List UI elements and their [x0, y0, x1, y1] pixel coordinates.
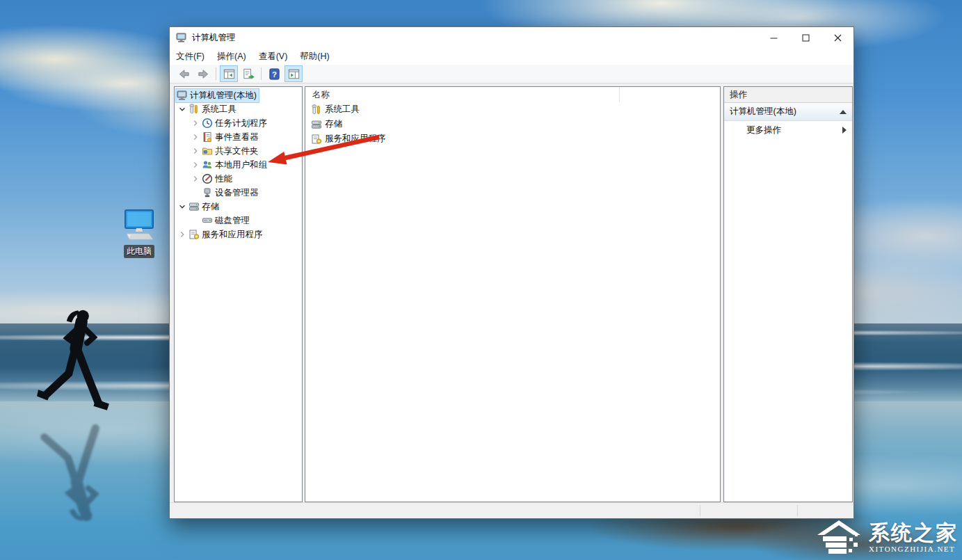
tree-item-label: 服务和应用程序: [202, 228, 265, 241]
storage-icon: [188, 201, 200, 212]
export-list-icon: [242, 67, 255, 81]
performance-icon: [201, 173, 213, 184]
minimize-icon: [770, 34, 778, 42]
close-icon: [834, 34, 842, 42]
device-manager-icon: [201, 187, 213, 198]
window-title: 计算机管理: [192, 32, 236, 44]
list-column-header[interactable]: 名称: [305, 87, 720, 102]
more-actions-arrow-icon: [842, 127, 847, 134]
shared-folders-icon: [201, 145, 213, 157]
list-item-services-and-applications[interactable]: 服务和应用程序: [305, 131, 720, 146]
list-item-label: 系统工具: [325, 104, 360, 115]
show-console-tree-toggle[interactable]: [220, 65, 238, 82]
tree-item-storage[interactable]: 存储: [175, 200, 302, 214]
menu-action[interactable]: 操作(A): [211, 49, 252, 65]
actions-pane: 操作 计算机管理(本地) 更多操作: [723, 86, 853, 502]
column-divider[interactable]: [619, 87, 620, 102]
this-pc-icon: [121, 209, 157, 241]
svg-text:?: ?: [272, 70, 277, 78]
status-separator: [797, 505, 798, 516]
watermark-title: 系统之家: [869, 522, 958, 543]
menu-bar: 文件(F) 操作(A) 查看(V) 帮助(H): [170, 48, 853, 65]
help-icon: ?: [268, 67, 281, 81]
minimize-button[interactable]: [757, 27, 789, 48]
list-item-storage[interactable]: 存储: [305, 117, 720, 131]
tree-item-local-users-and-groups[interactable]: 本地用户和组: [175, 158, 302, 172]
action-pane-icon: [287, 67, 300, 81]
collapse-group-icon[interactable]: [840, 110, 847, 114]
system-tools-icon: [310, 104, 322, 115]
chevron-collapsed-icon[interactable]: [189, 145, 201, 157]
window-content: 计算机管理(本地) 系统工具: [170, 83, 853, 503]
tree-item-label: 设备管理器: [215, 186, 261, 200]
chevron-expanded-icon[interactable]: [176, 104, 188, 115]
tree-item-device-manager[interactable]: 设备管理器: [175, 186, 302, 200]
back-button[interactable]: [175, 65, 193, 82]
desktop-icon-label: 此电脑: [124, 245, 154, 258]
actions-group-label: 计算机管理(本地): [730, 106, 796, 118]
console-tree-icon: [223, 67, 236, 81]
tree-item-label: 共享文件夹: [215, 145, 261, 158]
chevron-collapsed-icon[interactable]: [189, 159, 201, 170]
help-button[interactable]: ?: [265, 65, 283, 82]
more-actions-item[interactable]: 更多操作: [724, 121, 852, 139]
actions-group-computer-management[interactable]: 计算机管理(本地): [724, 103, 852, 121]
toolbar-separator: [261, 67, 262, 80]
forward-button[interactable]: [194, 65, 212, 82]
console-tree-pane: 计算机管理(本地) 系统工具: [174, 86, 303, 502]
chevron-collapsed-icon[interactable]: [189, 173, 201, 184]
show-action-pane-toggle[interactable]: [284, 65, 303, 82]
tree-item-label: 磁盘管理: [215, 214, 252, 227]
export-list-button[interactable]: [239, 65, 257, 82]
title-bar[interactable]: 计算机管理: [170, 27, 853, 48]
task-scheduler-icon: [201, 118, 213, 129]
tree-item-label: 计算机管理(本地): [190, 89, 259, 102]
tree-item-label: 事件查看器: [215, 131, 261, 144]
more-actions-label: 更多操作: [746, 125, 781, 136]
list-view-pane: 名称 系统工具 存储: [305, 86, 721, 502]
tree-item-label: 系统工具: [202, 103, 239, 116]
toolbar: ?: [170, 65, 853, 83]
services-icon: [310, 134, 322, 145]
site-watermark: 系统之家 XITONGZHIJIA.NET: [813, 518, 958, 557]
storage-icon: [310, 119, 322, 130]
computer-management-window: 计算机管理 文件(F) 操作(A) 查看(V) 帮助(H): [169, 26, 854, 519]
tree-item-computer-management[interactable]: 计算机管理(本地): [175, 88, 302, 102]
tree-item-system-tools[interactable]: 系统工具: [175, 102, 302, 116]
runner-silhouette: [36, 306, 114, 416]
actions-pane-header: 操作: [724, 87, 852, 103]
status-separator: [700, 505, 700, 516]
desktop-icon-this-pc[interactable]: 此电脑: [117, 209, 161, 258]
list-item-system-tools[interactable]: 系统工具: [305, 102, 720, 117]
computer-icon: [176, 90, 188, 101]
tree-item-task-scheduler[interactable]: 任务计划程序: [175, 116, 302, 130]
chevron-collapsed-icon[interactable]: [189, 118, 201, 129]
local-users-groups-icon: [201, 159, 213, 170]
menu-view[interactable]: 查看(V): [252, 49, 294, 65]
menu-file[interactable]: 文件(F): [170, 49, 211, 65]
runner-reflection: [32, 415, 118, 525]
system-tools-icon: [188, 104, 200, 115]
list-item-label: 服务和应用程序: [325, 133, 386, 145]
back-icon: [177, 67, 191, 81]
tree-item-disk-management[interactable]: 磁盘管理: [175, 214, 302, 227]
tree-item-shared-folders[interactable]: 共享文件夹: [175, 144, 302, 158]
watermark-domain: XITONGZHIJIA.NET: [869, 545, 958, 553]
list-item-label: 存储: [325, 118, 342, 130]
tree-item-performance[interactable]: 性能: [175, 172, 302, 186]
tree-item-label: 任务计划程序: [215, 117, 269, 130]
services-icon: [188, 229, 200, 240]
chevron-expanded-icon[interactable]: [176, 201, 188, 212]
chevron-collapsed-icon[interactable]: [189, 131, 201, 143]
forward-icon: [197, 67, 210, 81]
tree-item-services-and-applications[interactable]: 服务和应用程序: [175, 227, 302, 241]
chevron-collapsed-icon[interactable]: [176, 229, 188, 240]
tree-item-label: 本地用户和组: [215, 159, 269, 172]
close-button[interactable]: [821, 27, 853, 48]
event-viewer-icon: [201, 131, 213, 143]
menu-help[interactable]: 帮助(H): [294, 49, 335, 65]
actions-header-label: 操作: [730, 89, 747, 101]
maximize-button[interactable]: [789, 27, 821, 48]
tree-item-event-viewer[interactable]: 事件查看器: [175, 130, 302, 144]
tree-item-label: 性能: [215, 173, 234, 186]
